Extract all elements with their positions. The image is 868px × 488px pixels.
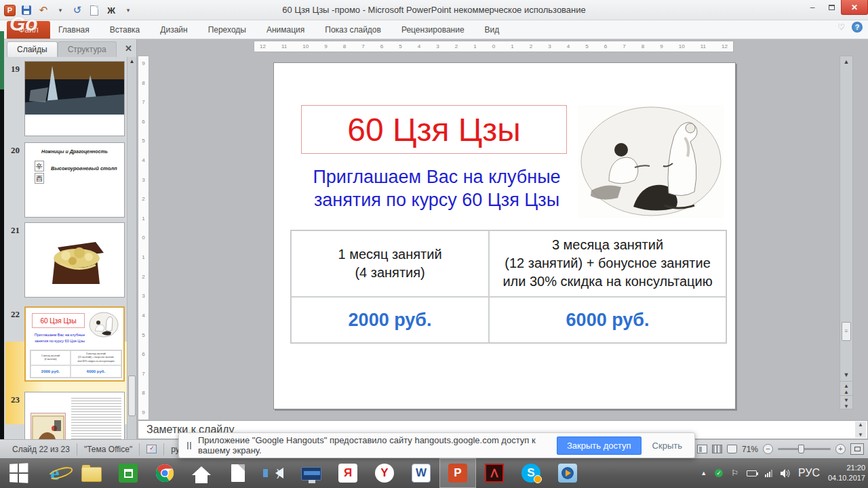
main-scrollbar[interactable]: ▲ ≡ ▼ ▲▲ ▼▼ xyxy=(840,56,853,409)
slide-title-box[interactable]: 60 Цзя Цзы xyxy=(301,105,567,154)
slide-subtitle[interactable]: Приглашаем Вас на клубныезанятия по курс… xyxy=(289,166,585,212)
skype-icon: S xyxy=(521,464,540,483)
tab-file[interactable]: Файл xyxy=(7,21,50,39)
folder-icon xyxy=(81,467,102,482)
slideshow-view-icon[interactable] xyxy=(727,445,737,453)
table-cell-plan-1[interactable]: 1 месяц занятий (4 занятия) xyxy=(291,230,489,297)
next-slide-button[interactable]: ▼▼ xyxy=(840,395,852,409)
table-cell-price-3[interactable]: 6000 руб. xyxy=(489,297,726,343)
bold-icon[interactable]: Ж xyxy=(105,4,117,16)
zoom-slider[interactable] xyxy=(778,448,831,450)
panel-tabs: Слайды Структура xyxy=(7,41,117,57)
hide-notification-link[interactable]: Скрыть xyxy=(648,441,686,451)
panel-scroll-up-icon[interactable]: ▲ xyxy=(127,57,136,66)
slide-thumbnail-20[interactable]: Ножницы и Драгоценность 辛 酉 Высокоуровне… xyxy=(24,142,125,218)
tab-view[interactable]: Вид xyxy=(484,22,501,37)
taskbar-windows-store[interactable] xyxy=(110,458,146,488)
zoom-out-button[interactable]: − xyxy=(763,444,773,454)
notes-scroll-up-icon[interactable]: ▲ xyxy=(855,422,866,428)
close-button[interactable]: ✕ xyxy=(841,0,868,15)
new-slide-icon[interactable] xyxy=(88,4,100,16)
zoom-level[interactable]: 71% xyxy=(742,445,758,454)
fit-to-window-button[interactable] xyxy=(850,443,864,455)
taskbar-volume-app[interactable] xyxy=(256,458,293,488)
powerpoint-app-icon[interactable]: P xyxy=(4,5,16,16)
word-icon: W xyxy=(412,464,431,483)
hanzi-xin: 辛 xyxy=(35,161,44,171)
taskbar-word[interactable]: W xyxy=(403,458,439,488)
tab-review[interactable]: Рецензирование xyxy=(400,22,466,37)
taskbar-skype[interactable]: S xyxy=(513,458,549,488)
heart-icon[interactable]: ♡ xyxy=(837,22,845,32)
action-center-flag-icon[interactable]: ⚐ xyxy=(731,468,738,478)
power-icon[interactable] xyxy=(747,470,757,476)
panel-scrollbar[interactable]: ▲ xyxy=(127,57,136,439)
zoom-slider-thumb[interactable] xyxy=(798,445,804,453)
taskbar-document-app[interactable] xyxy=(220,458,256,488)
home-icon xyxy=(192,466,211,475)
notes-scrollbar[interactable]: ▲▼ xyxy=(855,422,866,438)
scroll-down-icon[interactable]: ▼ xyxy=(840,369,852,380)
tab-outline[interactable]: Структура xyxy=(58,41,117,57)
panel-close-icon[interactable]: ✕ xyxy=(125,43,132,54)
tab-transitions[interactable]: Переходы xyxy=(207,22,248,37)
notes-scroll-down-icon[interactable]: ▼ xyxy=(855,432,866,438)
tab-slides[interactable]: Слайды xyxy=(7,41,58,57)
taskbar-lenovo-app[interactable] xyxy=(293,458,330,488)
maximize-button[interactable] xyxy=(822,0,841,15)
pricing-table[interactable]: 1 месяц занятий (4 занятия) 3 месяца зан… xyxy=(290,230,727,344)
customize-qat-icon[interactable]: ▾ xyxy=(122,4,134,16)
hidden-icons-arrow[interactable]: ▲ xyxy=(701,470,707,476)
volume-icon[interactable] xyxy=(781,469,790,478)
network-signal-icon[interactable] xyxy=(765,470,772,477)
scroll-thumb[interactable]: ≡ xyxy=(842,322,851,341)
normal-view-icon[interactable] xyxy=(697,445,707,453)
taskbar: e Я Y W P ꓥ S ▲ ✓ ⚐ РУС 21:2004.10.2017 xyxy=(0,458,868,488)
minimize-button[interactable]: – xyxy=(803,0,822,15)
taskbar-yandex-browser[interactable]: Y xyxy=(366,458,403,488)
ribbon-tabs: Главная Вставка Дизайн Переходы Анимация… xyxy=(57,20,500,39)
spellcheck-icon[interactable] xyxy=(140,443,164,455)
table-cell-plan-3[interactable]: 3 месяца занятий (12 занятий) + бонусное… xyxy=(489,230,726,297)
taskbar-internet-explorer[interactable]: e xyxy=(37,458,73,488)
scroll-up-icon[interactable]: ▲ xyxy=(840,56,852,67)
slide-thumbnail-23[interactable] xyxy=(24,392,125,439)
undo-icon[interactable]: ↶ xyxy=(37,4,50,16)
ie-icon: e xyxy=(50,462,59,485)
taskbar-yandex[interactable]: Я xyxy=(330,458,366,488)
tab-insert[interactable]: Вставка xyxy=(108,22,142,37)
tab-home[interactable]: Главная xyxy=(57,22,91,37)
theme-name[interactable]: "Тема Office" xyxy=(77,443,140,455)
ink-painting-image[interactable] xyxy=(578,105,724,218)
tab-animations[interactable]: Анимация xyxy=(265,22,306,37)
panel-scroll-thumb[interactable] xyxy=(128,375,136,416)
redo-icon[interactable]: ↺ xyxy=(71,4,83,16)
zoom-in-button[interactable]: + xyxy=(835,444,846,454)
clock[interactable]: 21:2004.10.2017 xyxy=(828,463,865,484)
slide-canvas[interactable]: 60 Цзя Цзы Приглашаем Вас на клубныезаня… xyxy=(273,62,736,409)
help-icon[interactable]: ? xyxy=(852,22,863,33)
taskbar-media-player[interactable] xyxy=(549,458,586,488)
store-icon xyxy=(119,464,138,483)
slide-thumbnail-21[interactable] xyxy=(24,222,125,298)
tab-design[interactable]: Дизайн xyxy=(159,22,189,37)
keyboard-language[interactable]: РУС xyxy=(798,467,820,479)
thumb20-title: Ножницы и Драгоценность xyxy=(25,149,124,154)
slide-thumbnail-22-selected[interactable]: 60 Цзя Цзы Приглашаем Вас на клубные зан… xyxy=(24,306,125,382)
taskbar-chrome[interactable] xyxy=(146,458,183,488)
slide-sorter-view-icon[interactable] xyxy=(712,445,722,453)
antivirus-check-icon[interactable]: ✓ xyxy=(715,469,723,477)
taskbar-acrobat[interactable]: ꓥ xyxy=(476,458,513,488)
previous-slide-button[interactable]: ▲▲ xyxy=(840,381,852,394)
slide-thumbnail-19[interactable] xyxy=(24,61,125,136)
save-icon[interactable] xyxy=(20,4,33,16)
taskbar-file-explorer[interactable] xyxy=(73,458,110,488)
system-tray: ▲ ✓ ⚐ РУС 21:2004.10.2017 xyxy=(701,458,865,488)
tab-slideshow[interactable]: Показ слайдов xyxy=(323,22,382,37)
undo-dropdown-icon[interactable]: ▾ xyxy=(54,4,66,16)
start-button[interactable] xyxy=(0,458,37,488)
taskbar-home-app[interactable] xyxy=(183,458,220,488)
taskbar-powerpoint-active[interactable]: P xyxy=(439,458,476,488)
table-cell-price-1[interactable]: 2000 руб. xyxy=(291,297,489,343)
stop-sharing-button[interactable]: Закрыть доступ xyxy=(557,436,642,455)
